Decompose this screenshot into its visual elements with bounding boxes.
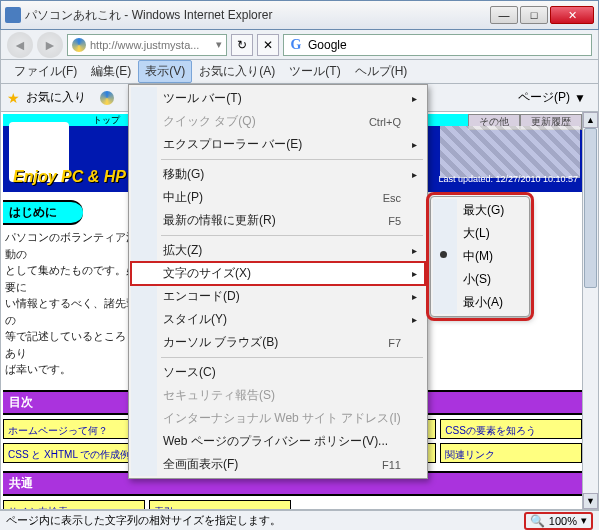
menu-file[interactable]: ファイル(F)	[7, 60, 84, 83]
menu-tools[interactable]: ツール(T)	[282, 60, 347, 83]
link-cell[interactable]: 関連リンク	[440, 443, 582, 463]
top-tab[interactable]: トップ	[93, 115, 120, 125]
home-icon[interactable]	[100, 91, 114, 105]
intro-body: パソコンのボランティア活動の として集めたものです。必要に い情報とするべく、諸…	[3, 225, 143, 382]
view-menu-item[interactable]: Web ページのプライバシー ポリシー(V)...	[131, 430, 425, 453]
zoom-control[interactable]: 🔍 100% ▾	[524, 512, 593, 530]
title-bar: パソコンあれこれ - Windows Internet Explorer — □…	[0, 0, 599, 30]
view-menu-item[interactable]: カーソル ブラウズ(B)F7	[131, 331, 425, 354]
view-menu-item: クイック タブ(Q)Ctrl+Q	[131, 110, 425, 133]
view-menu-item: インターナショナル Web サイト アドレス(I)	[131, 407, 425, 430]
section-intro-title: はじめに	[3, 200, 83, 225]
view-menu-item[interactable]: 移動(G)▸	[131, 163, 425, 186]
vertical-scrollbar[interactable]: ▲ ▼	[582, 112, 598, 509]
menu-favorites[interactable]: お気に入り(A)	[192, 60, 282, 83]
ie-icon	[72, 38, 86, 52]
link-cell[interactable]: サイト内検索	[3, 500, 145, 511]
address-bar: ◄ ► http://www.justmysta... ▾ ↻ ✕ G Goog…	[0, 30, 599, 60]
header-keyboard-image	[440, 126, 580, 178]
window-favicon	[5, 7, 21, 23]
maximize-button[interactable]: □	[520, 6, 548, 24]
favorites-label[interactable]: お気に入り	[26, 89, 86, 106]
url-field[interactable]: http://www.justmysta... ▾	[67, 34, 227, 56]
favorites-star-icon[interactable]: ★	[7, 90, 20, 106]
view-menu-item[interactable]: 中止(P)Esc	[131, 186, 425, 209]
text-size-option[interactable]: 最小(A)	[433, 291, 527, 314]
scroll-up-button[interactable]: ▲	[583, 112, 598, 128]
window-title: パソコンあれこれ - Windows Internet Explorer	[25, 7, 490, 24]
scroll-down-button[interactable]: ▼	[583, 493, 598, 509]
zoom-value: 100%	[549, 515, 577, 527]
view-menu-item[interactable]: 最新の情報に更新(R)F5	[131, 209, 425, 232]
link-cell[interactable]: CSS と XHTML での作成例	[3, 443, 145, 463]
view-menu-item[interactable]: 全画面表示(F)F11	[131, 453, 425, 476]
refresh-button[interactable]: ↻	[231, 34, 253, 56]
view-menu-item[interactable]: 文字のサイズ(X)▸	[131, 262, 425, 285]
view-menu-item[interactable]: エンコード(D)▸	[131, 285, 425, 308]
view-menu-item[interactable]: ソース(C)	[131, 361, 425, 384]
view-menu-item[interactable]: 拡大(Z)▸	[131, 239, 425, 262]
link-grid-3: サイト内検索 索引	[3, 500, 582, 511]
view-menu-item: セキュリティ報告(S)	[131, 384, 425, 407]
link-cell[interactable]: 索引	[149, 500, 291, 511]
chevron-down-icon: ▾	[581, 514, 587, 527]
menu-bar: ファイル(F) 編集(E) 表示(V) お気に入り(A) ツール(T) ヘルプ(…	[0, 60, 599, 84]
forward-button[interactable]: ►	[37, 32, 63, 58]
close-button[interactable]: ✕	[550, 6, 594, 24]
text-size-option[interactable]: 最大(G)	[433, 199, 527, 222]
last-updated: Last updated: 12/27/2010 10:10:57	[438, 174, 578, 184]
back-button[interactable]: ◄	[7, 32, 33, 58]
link-cell[interactable]: ホームページって何？	[3, 419, 145, 439]
site-title: Enjoy PC & HP	[13, 168, 126, 186]
text-size-option[interactable]: 小(S)	[433, 268, 527, 291]
menu-edit[interactable]: 編集(E)	[84, 60, 138, 83]
view-menu-item[interactable]: ツール バー(T)▸	[131, 87, 425, 110]
google-icon: G	[288, 37, 304, 53]
text-size-option[interactable]: 大(L)	[433, 222, 527, 245]
view-menu-item[interactable]: エクスプローラー バー(E)▸	[131, 133, 425, 156]
page-menu-label: ページ(P)	[518, 89, 570, 106]
minimize-button[interactable]: —	[490, 6, 518, 24]
page-menu-button[interactable]: ページ(P)▼	[512, 87, 592, 108]
link-cell[interactable]: CSSの要素を知ろう	[440, 419, 582, 439]
menu-help[interactable]: ヘルプ(H)	[348, 60, 415, 83]
view-menu-dropdown: ツール バー(T)▸クイック タブ(Q)Ctrl+Qエクスプローラー バー(E)…	[128, 84, 428, 479]
search-engine-label: Google	[308, 38, 347, 52]
search-field[interactable]: G Google	[283, 34, 592, 56]
status-bar: ページ内に表示した文字列の相対サイズを指定します。 🔍 100% ▾	[0, 510, 599, 530]
text-size-submenu: 最大(G)大(L)中(M)小(S)最小(A)	[430, 196, 530, 317]
scroll-thumb[interactable]	[584, 128, 597, 288]
zoom-icon: 🔍	[530, 514, 545, 528]
stop-button[interactable]: ✕	[257, 34, 279, 56]
url-text: http://www.justmysta...	[90, 39, 199, 51]
view-menu-item[interactable]: スタイル(Y)▸	[131, 308, 425, 331]
status-text: ページ内に表示した文字列の相対サイズを指定します。	[6, 513, 281, 528]
menu-view[interactable]: 表示(V)	[138, 60, 192, 83]
text-size-option[interactable]: 中(M)	[433, 245, 527, 268]
